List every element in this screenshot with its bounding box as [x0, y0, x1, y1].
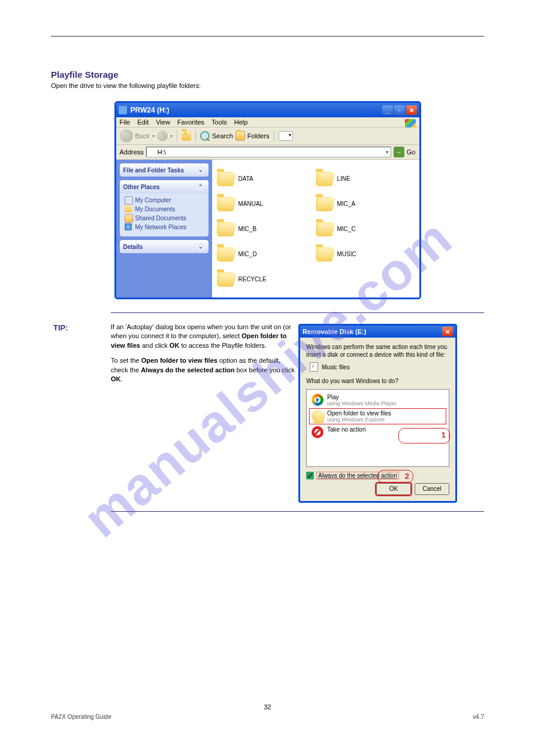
folder-micd[interactable]: MIC_D	[217, 241, 316, 266]
toolbar: Back ▾ ▾ ↑ Search Folders	[116, 127, 419, 145]
folder-icon	[217, 272, 234, 286]
autoplay-dialog: Removable Disk (E:) ✕ Windows can perfor…	[298, 324, 457, 503]
folder-icon	[316, 172, 333, 185]
section-subtext: Open the drive to view the following pla…	[51, 82, 484, 89]
cancel-button[interactable]: Cancel	[415, 483, 449, 495]
folders-label[interactable]: Folders	[247, 132, 270, 139]
search-icon[interactable]	[200, 131, 210, 141]
menu-tools[interactable]: Tools	[211, 119, 227, 126]
menu-favorites[interactable]: Favorites	[177, 119, 204, 126]
link-my-documents[interactable]: My Documents	[125, 205, 204, 214]
folder-label: MUSIC	[337, 251, 356, 257]
ok-button[interactable]: OK	[376, 483, 411, 495]
folder-icon	[316, 197, 333, 210]
action-title: Take no action	[327, 426, 366, 433]
folder-label: DATA	[238, 175, 253, 182]
menu-edit[interactable]: Edit	[137, 119, 149, 126]
link-network-places[interactable]: My Network Places	[125, 223, 204, 232]
titlebar[interactable]: PRW24 (H:) _ ▫ ✕	[116, 103, 419, 117]
expand-icon[interactable]: ⌄	[197, 242, 205, 251]
dialog-intro: Windows can perform the same action each…	[306, 344, 449, 359]
separator	[195, 130, 196, 141]
action-sub: using Windows Media Player	[327, 400, 397, 406]
dialog-close-button[interactable]: ✕	[442, 327, 453, 336]
other-title: Other Places	[123, 184, 160, 190]
folder-manual[interactable]: MANUAL	[217, 191, 316, 216]
folder-icon	[217, 247, 234, 260]
address-value: H:\	[158, 148, 166, 156]
back-button[interactable]	[120, 129, 133, 142]
folder-pane[interactable]: DATA LINE MANUAL MIC_A MIC_B MIC_C MIC_D…	[212, 160, 419, 297]
search-label[interactable]: Search	[212, 132, 233, 139]
go-button[interactable]: →	[394, 147, 404, 157]
footer: PA2X Operating Guide v4.7	[51, 714, 484, 720]
folder-micc[interactable]: MIC_C	[316, 216, 415, 241]
tip-text: If an 'Autoplay' dialog box opens when y…	[111, 323, 291, 349]
folder-recycle[interactable]: RECYCLE	[217, 266, 316, 292]
section-heading: Playfile Storage	[51, 69, 484, 80]
folder-icon	[316, 247, 333, 260]
page-number: 32	[0, 703, 535, 711]
folder-music[interactable]: MUSIC	[316, 241, 415, 266]
address-label: Address	[120, 148, 144, 156]
folder-icon	[217, 172, 234, 185]
folder-label: LINE	[337, 175, 350, 182]
views-button[interactable]	[279, 131, 293, 141]
menu-file[interactable]: File	[120, 119, 131, 126]
link-shared-documents[interactable]: Shared Documents	[125, 214, 204, 223]
maximize-button[interactable]: ▫	[394, 105, 405, 115]
folder-data[interactable]: DATA	[217, 166, 316, 191]
folder-icon	[217, 197, 234, 210]
back-drop-icon[interactable]: ▾	[152, 133, 155, 139]
folder-label: MIC_D	[238, 251, 257, 257]
callout-step2: 2	[377, 470, 413, 483]
always-checkbox[interactable]	[306, 472, 314, 479]
windows-flag-icon	[405, 119, 416, 127]
address-drop-icon[interactable]: ▾	[386, 149, 389, 155]
folder-micb[interactable]: MIC_B	[217, 216, 316, 241]
window-title: PRW24 (H:)	[131, 106, 170, 114]
tasks-title: File and Folder Tasks	[123, 167, 185, 174]
bottom-rule	[111, 511, 484, 512]
folders-icon[interactable]	[235, 131, 245, 141]
fwd-drop-icon[interactable]: ▾	[170, 133, 173, 139]
footer-left: PA2X Operating Guide	[51, 714, 111, 720]
link-my-computer[interactable]: My Computer	[125, 196, 204, 205]
action-play[interactable]: Playusing Windows Media Player	[309, 392, 446, 408]
folder-mica[interactable]: MIC_A	[316, 191, 415, 216]
folder-icon	[217, 222, 234, 235]
close-button[interactable]: ✕	[406, 105, 417, 115]
dialog-prompt: What do you want Windows to do?	[306, 378, 449, 385]
separator	[177, 130, 177, 141]
tip-block: TIP: If an 'Autoplay' dialog box opens w…	[51, 323, 298, 384]
action-list[interactable]: Playusing Windows Media Player Open fold…	[306, 389, 449, 467]
collapse-icon[interactable]: ⌄	[197, 166, 205, 174]
callout-num: 1	[442, 430, 446, 439]
folder-icon	[316, 222, 333, 235]
up-icon[interactable]: ↑	[182, 131, 191, 141]
separator	[274, 130, 274, 141]
filetype-label: Music files	[322, 364, 350, 371]
menu-help[interactable]: Help	[234, 119, 248, 126]
other-places-panel: Other Places⌃ My Computer My Documents S…	[120, 180, 208, 236]
address-bar: Address H:\ ▾ → Go	[116, 145, 419, 160]
folder-label: MIC_A	[337, 201, 356, 207]
back-label: Back	[135, 132, 150, 139]
top-rule	[51, 36, 484, 37]
minimize-button[interactable]: _	[382, 105, 393, 115]
tip-text-2: To set the Open folder to view files opt…	[111, 357, 295, 382]
open-folder-icon	[312, 410, 324, 422]
action-title: Play	[327, 394, 397, 400]
tasks-panel: File and Folder Tasks⌄	[120, 163, 208, 177]
forward-button[interactable]	[157, 130, 168, 141]
folder-line[interactable]: LINE	[316, 166, 415, 191]
dialog-title: Removable Disk (E:)	[303, 328, 366, 335]
dialog-titlebar[interactable]: Removable Disk (E:) ✕	[300, 326, 455, 338]
action-open-folder[interactable]: Open folder to view filesusing Windows E…	[309, 408, 446, 424]
music-file-icon	[310, 362, 318, 372]
expand-icon[interactable]: ⌃	[197, 183, 205, 191]
action-sub: using Windows Explorer	[327, 417, 391, 423]
menu-view[interactable]: View	[156, 119, 170, 126]
drive-small-icon	[149, 148, 156, 156]
address-field[interactable]: H:\ ▾	[146, 147, 391, 157]
